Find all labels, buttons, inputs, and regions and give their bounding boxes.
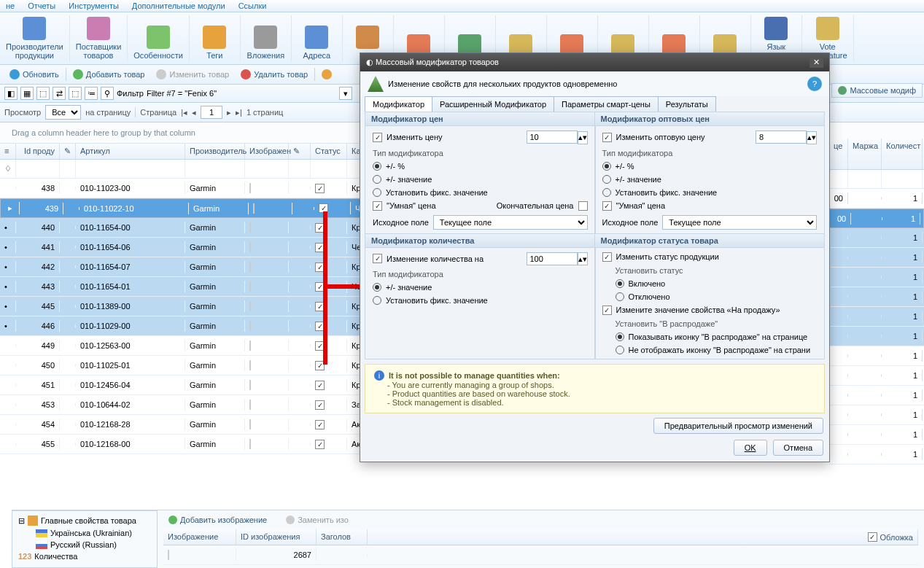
delete-product-button[interactable]: Удалить товар bbox=[236, 67, 313, 82]
mass-modify-button[interactable]: Массовые модиф bbox=[831, 83, 923, 98]
next-page-button[interactable]: ▸ bbox=[227, 108, 231, 117]
tab-extended[interactable]: Расширенный Модификатор bbox=[432, 96, 554, 112]
dialog-titlebar[interactable]: ◐ Массовый модификатор товаров ✕ bbox=[360, 53, 829, 71]
ribbon-button[interactable]: Производителипродукции bbox=[0, 15, 70, 61]
tab-results[interactable]: Результаты bbox=[658, 96, 716, 112]
cancel-button[interactable]: Отмена bbox=[773, 440, 823, 456]
filter-button[interactable]: ⬚ bbox=[36, 87, 50, 100]
refresh-button[interactable]: Обновить bbox=[4, 67, 64, 82]
table-row[interactable]: 1 bbox=[829, 346, 924, 366]
radio-disabled[interactable] bbox=[616, 292, 624, 301]
menu-item[interactable]: не bbox=[6, 1, 15, 10]
ok-button[interactable]: OK bbox=[734, 440, 767, 456]
filter-dropdown[interactable]: ▾ bbox=[339, 87, 352, 100]
thumbnail bbox=[249, 341, 251, 351]
radio-enabled[interactable] bbox=[616, 279, 624, 288]
table-row[interactable]: 1 bbox=[829, 366, 924, 386]
table-row[interactable]: 1 bbox=[829, 268, 924, 287]
change-qty-checkbox[interactable]: ✓ bbox=[373, 254, 382, 263]
status-checkbox[interactable]: ✓ bbox=[315, 440, 325, 449]
table-row[interactable]: 1 bbox=[829, 425, 924, 445]
add-product-button[interactable]: Добавить товар bbox=[68, 67, 150, 82]
ribbon-icon bbox=[203, 26, 226, 49]
page-number-input[interactable] bbox=[201, 106, 222, 119]
radio-value[interactable] bbox=[373, 283, 381, 292]
ribbon-button[interactable]: Адреса bbox=[292, 15, 343, 61]
radio-hide-onsale[interactable] bbox=[616, 346, 624, 354]
filter-button[interactable]: ▦ bbox=[20, 87, 34, 100]
status-checkbox[interactable]: ✓ bbox=[315, 381, 325, 390]
final-price-checkbox[interactable] bbox=[578, 201, 588, 211]
radio-value[interactable] bbox=[373, 175, 381, 184]
filter-button[interactable]: ≔ bbox=[85, 87, 98, 100]
prev-page-button[interactable]: ◂ bbox=[192, 108, 196, 117]
radio-percent[interactable] bbox=[373, 162, 381, 171]
menu-item[interactable]: Отчеты bbox=[28, 1, 55, 10]
wprice-value-input[interactable] bbox=[756, 131, 807, 144]
smart-price-checkbox[interactable]: ✓ bbox=[373, 201, 382, 211]
menu-item[interactable]: Дополнительные модули bbox=[132, 1, 225, 10]
change-status-checkbox[interactable]: ✓ bbox=[602, 252, 612, 262]
menu-item[interactable]: Инструменты bbox=[69, 1, 119, 10]
replace-image-button[interactable]: Заменить изо bbox=[281, 513, 354, 526]
tab-modifier[interactable]: Модификатор bbox=[365, 96, 432, 112]
table-row[interactable]: 1 bbox=[829, 248, 924, 268]
ribbon-button[interactable]: Поставщикитоваров bbox=[70, 15, 128, 61]
menu-item[interactable]: Ссылки bbox=[238, 1, 267, 10]
tab-smartprice[interactable]: Параметры смарт-цены bbox=[554, 96, 659, 112]
table-row[interactable]: 001 bbox=[829, 209, 924, 228]
cover-checkbox[interactable]: ✓ bbox=[868, 532, 877, 542]
table-row[interactable]: 1 bbox=[829, 287, 924, 307]
smart-price-checkbox[interactable]: ✓ bbox=[602, 201, 612, 211]
radio-fixed[interactable] bbox=[602, 188, 611, 197]
status-checkbox[interactable]: ✓ bbox=[315, 184, 325, 193]
spinner-icon[interactable]: ▴▾ bbox=[578, 252, 588, 265]
radio-show-onsale[interactable] bbox=[616, 332, 624, 341]
edit-product-button[interactable]: Изменить товар bbox=[151, 67, 234, 82]
plus-icon bbox=[168, 516, 177, 524]
change-onsale-checkbox[interactable]: ✓ bbox=[602, 306, 612, 315]
source-field-select[interactable]: Текущее поле bbox=[662, 215, 817, 230]
spinner-icon[interactable]: ▴▾ bbox=[578, 131, 588, 144]
filter-button[interactable]: ◧ bbox=[4, 87, 18, 100]
qty-value-input[interactable] bbox=[527, 252, 578, 265]
table-row[interactable]: 1 bbox=[829, 228, 924, 248]
x-icon bbox=[241, 69, 251, 79]
table-row[interactable]: 1 bbox=[829, 445, 924, 464]
page-size-select[interactable]: Все bbox=[45, 105, 81, 120]
spinner-icon[interactable]: ▴▾ bbox=[807, 131, 817, 144]
properties-tree[interactable]: ⊟ Главные свойства товара Українська (Uk… bbox=[12, 510, 158, 568]
add-image-button[interactable]: Добавить изображение bbox=[163, 513, 272, 526]
table-row[interactable]: 001 bbox=[829, 189, 924, 209]
tool-button[interactable] bbox=[317, 67, 337, 82]
table-row[interactable]: 1 bbox=[829, 405, 924, 425]
radio-fixed[interactable] bbox=[373, 188, 381, 197]
ribbon-icon bbox=[147, 26, 170, 49]
change-wprice-checkbox[interactable]: ✓ bbox=[602, 133, 612, 142]
filter-button[interactable]: ⇄ bbox=[53, 87, 66, 100]
table-row[interactable]: 1 bbox=[829, 327, 924, 346]
filter-button[interactable]: ⚲ bbox=[101, 87, 114, 100]
minus-icon[interactable]: ⊟ bbox=[18, 516, 25, 526]
change-price-checkbox[interactable]: ✓ bbox=[373, 133, 382, 142]
radio-percent[interactable] bbox=[602, 162, 611, 171]
close-icon[interactable]: ✕ bbox=[810, 57, 823, 68]
help-icon[interactable]: ? bbox=[807, 77, 822, 91]
radio-fixed[interactable] bbox=[373, 296, 381, 305]
last-page-button[interactable]: ▸| bbox=[236, 108, 242, 117]
preview-button[interactable]: Предварительный просмотр изменений bbox=[653, 418, 823, 434]
filter-button[interactable]: ⬚ bbox=[69, 87, 82, 100]
radio-value[interactable] bbox=[602, 175, 611, 184]
ribbon-icon bbox=[254, 26, 277, 49]
table-row[interactable]: 1 bbox=[829, 386, 924, 405]
ribbon-button[interactable]: Особенности bbox=[128, 15, 190, 61]
ribbon-button[interactable]: Теги bbox=[190, 15, 241, 61]
status-checkbox[interactable]: ✓ bbox=[315, 400, 325, 410]
status-checkbox[interactable]: ✓ bbox=[315, 420, 325, 429]
first-page-button[interactable]: |◂ bbox=[181, 108, 187, 117]
source-field-select[interactable]: Текущее поле bbox=[433, 215, 588, 230]
ribbon-button[interactable]: Вложения bbox=[241, 15, 292, 61]
table-row[interactable]: 1 bbox=[829, 307, 924, 327]
price-modifier-box: Модификатор цен ✓Изменить цену▴▾ Тип мод… bbox=[365, 112, 596, 235]
price-value-input[interactable] bbox=[527, 131, 578, 144]
